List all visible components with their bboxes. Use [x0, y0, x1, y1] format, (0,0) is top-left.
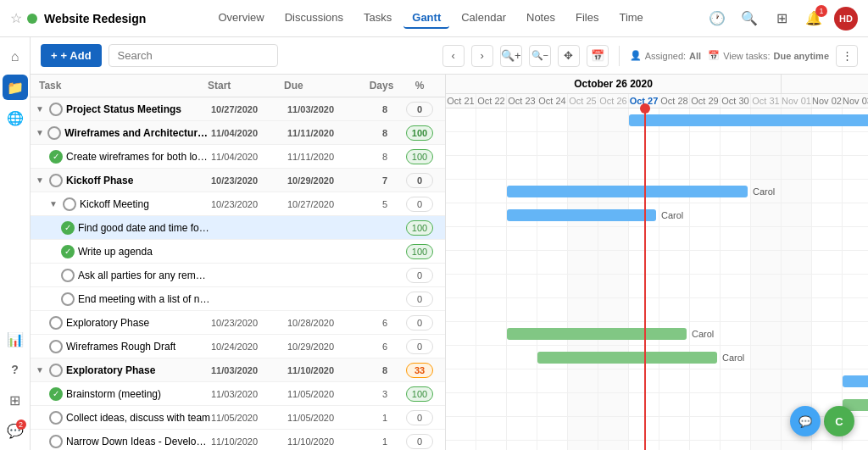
task-name-text: Kickoff Phase: [66, 175, 133, 186]
gantt-cell: [721, 393, 751, 416]
task-row[interactable]: ✓ Write up agenda 100: [31, 240, 445, 264]
task-row[interactable]: ▼ Kickoff Meeting 10/23/2020 10/27/2020 …: [31, 192, 445, 216]
gantt-cell: [751, 346, 782, 369]
chevron-icon[interactable]: ▼: [36, 128, 44, 137]
nav-overview[interactable]: Overview: [210, 8, 273, 29]
search-input[interactable]: [108, 44, 278, 67]
task-days: 8: [364, 128, 406, 138]
task-row[interactable]: ✓ Find good date and time for all... 100: [31, 216, 445, 240]
nav-notes[interactable]: Notes: [518, 8, 564, 29]
gantt-cell: [812, 132, 843, 155]
zoom-in-button[interactable]: 🔍+: [500, 45, 522, 67]
task-row[interactable]: Collect ideas, discuss with team 11/05/2…: [31, 406, 445, 430]
chevron-icon[interactable]: ▼: [36, 104, 46, 114]
task-name-text: Write up agenda: [78, 246, 153, 258]
task-due: 11/11/2020: [287, 152, 364, 162]
assigned-filter[interactable]: 👤 Assigned: All: [630, 50, 701, 61]
task-status-circle: [49, 364, 63, 377]
notifications-icon[interactable]: 🔔 1: [802, 7, 826, 31]
task-name-text: Narrow Down Ideas - Develop Act...: [66, 436, 211, 447]
floating-avatar[interactable]: C: [824, 406, 854, 436]
task-progress: 100: [406, 386, 433, 402]
task-status-circle: [49, 316, 63, 330]
task-start: 10/23/2020: [211, 199, 287, 209]
gantt-cell: [721, 322, 751, 345]
date-cell: Oct 30: [721, 94, 751, 108]
chevron-icon[interactable]: ▼: [36, 175, 46, 185]
task-row[interactable]: ▼ Wireframes and Architecture Phase 11/0…: [31, 121, 445, 145]
chevron-icon[interactable]: ▼: [49, 199, 59, 208]
task-row[interactable]: ▼ Project Status Meetings 10/27/2020 11/…: [31, 97, 445, 121]
user-avatar[interactable]: HD: [834, 7, 858, 31]
project-color-dot: [27, 14, 37, 24]
task-progress: 0: [406, 410, 433, 425]
star-icon[interactable]: ☆: [10, 10, 22, 26]
more-options-button[interactable]: ⋮: [836, 45, 858, 67]
sidebar-chart-icon[interactable]: 📊: [3, 326, 28, 352]
task-due: 11/05/2020: [287, 413, 364, 423]
gantt-cell: [782, 227, 812, 250]
gantt-cell: [476, 346, 507, 369]
nav-time[interactable]: Time: [610, 8, 651, 29]
gantt-cell: [843, 251, 868, 274]
task-start: 11/04/2020: [211, 128, 287, 138]
task-days: 3: [364, 389, 406, 399]
gantt-prev-button[interactable]: ‹: [442, 45, 465, 67]
sidebar-chat-icon[interactable]: 💬 2: [3, 418, 28, 443]
gantt-row: [446, 298, 868, 322]
search-icon[interactable]: 🔍: [737, 7, 761, 31]
gantt-row: Exploratory Phase: [446, 369, 868, 393]
task-status-check: ✓: [61, 245, 75, 258]
nav-discussions[interactable]: Discussions: [276, 8, 352, 29]
task-row[interactable]: ✓ Brainstorm (meeting) 11/03/2020 11/05/…: [31, 382, 445, 406]
add-button[interactable]: + + Add: [41, 44, 102, 67]
task-status-circle: [47, 126, 61, 140]
task-list-header: Task Start Due Days %: [31, 75, 445, 97]
gantt-row: [446, 275, 868, 298]
gantt-bar: [507, 186, 748, 197]
notification-badge: 1: [815, 5, 827, 17]
gantt-cell: [476, 322, 507, 345]
gantt-cell: [812, 298, 843, 321]
view-filter[interactable]: 📅 View tasks: Due anytime: [708, 50, 829, 61]
task-row[interactable]: End meeting with a list of need... 0: [31, 287, 445, 311]
gantt-cell: [659, 393, 690, 416]
clock-icon[interactable]: 🕐: [705, 7, 729, 31]
task-start: 11/10/2020: [211, 436, 287, 447]
gantt-cell: [721, 275, 751, 297]
floating-chat-icon[interactable]: 💬: [790, 406, 821, 436]
gantt-cell: [690, 369, 721, 392]
task-row[interactable]: ✓ Create wireframes for both look a... 1…: [31, 145, 445, 169]
chevron-icon[interactable]: ▼: [36, 365, 46, 375]
nav-calendar[interactable]: Calendar: [453, 8, 515, 29]
task-row[interactable]: ▼ Exploratory Phase 11/03/2020 11/10/202…: [31, 358, 445, 382]
gantt-cell: [507, 132, 537, 155]
sidebar-help-icon[interactable]: ?: [3, 357, 28, 382]
gantt-cell: [537, 417, 568, 440]
sidebar-folder-icon[interactable]: 📁: [3, 75, 28, 100]
nav-gantt[interactable]: Gantt: [403, 8, 449, 29]
chat-badge: 2: [16, 419, 26, 430]
sidebar-globe-icon[interactable]: 🌐: [3, 105, 28, 131]
gantt-next-button[interactable]: ›: [471, 45, 493, 67]
nav-tasks[interactable]: Tasks: [355, 8, 400, 29]
sidebar-grid-icon[interactable]: ⊞: [3, 387, 28, 413]
gantt-cell: [690, 393, 721, 416]
sidebar-home-icon[interactable]: ⌂: [3, 44, 28, 69]
task-row[interactable]: Narrow Down Ideas - Develop Act... 11/10…: [31, 430, 445, 450]
task-row[interactable]: ▼ Kickoff Phase 10/23/2020 10/29/2020 7 …: [31, 169, 445, 192]
task-status-check: ✓: [49, 387, 63, 401]
calendar-icon[interactable]: 📅: [587, 45, 609, 67]
gantt-cell: [537, 108, 568, 131]
zoom-out-button[interactable]: 🔍−: [529, 45, 551, 67]
gantt-cell: [568, 393, 598, 416]
task-row[interactable]: Exploratory Phase 10/23/2020 10/28/2020 …: [31, 311, 445, 335]
task-row[interactable]: Wireframes Rough Draft 10/24/2020 10/29/…: [31, 335, 445, 358]
apps-icon[interactable]: ⊞: [770, 7, 793, 31]
gantt-cell: [751, 227, 782, 250]
gantt-cell: [476, 275, 507, 297]
move-icon[interactable]: ✥: [558, 45, 580, 67]
nav-files[interactable]: Files: [567, 8, 607, 29]
task-name-text: Wireframes Rough Draft: [66, 341, 175, 353]
task-row[interactable]: Ask all parties for any remarks... 0: [31, 264, 445, 287]
